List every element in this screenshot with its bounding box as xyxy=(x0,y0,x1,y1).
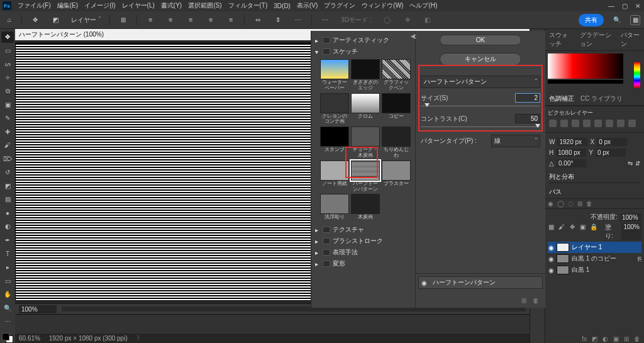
group-icon[interactable]: ▣ xyxy=(613,335,619,342)
cancel-button[interactable]: キャンセル xyxy=(440,53,521,65)
home-icon[interactable]: ⌂ xyxy=(4,14,15,26)
move-tool-icon[interactable]: ✥ xyxy=(1,31,14,43)
category-stylize[interactable]: ▸表現手法 xyxy=(314,247,413,258)
menu-view[interactable]: 表示(V) xyxy=(297,1,318,10)
lasso-tool-icon[interactable]: ᔕ xyxy=(1,59,14,70)
flip-v-icon[interactable]: ⇵ xyxy=(635,160,640,167)
layer-row[interactable]: ◉ 白黒 1 xyxy=(548,264,641,276)
edit-toolbar-icon[interactable]: ⋯ xyxy=(1,316,14,327)
category-distort[interactable]: ▸変形 xyxy=(314,258,413,269)
eraser-tool-icon[interactable]: ◩ xyxy=(1,181,14,192)
menu-select[interactable]: 選択範囲(S) xyxy=(188,1,221,10)
adj-bw-icon[interactable] xyxy=(617,120,625,127)
thumb-halftone-pattern[interactable]: ハーフトーンパターン xyxy=(351,160,380,193)
zoom-field[interactable]: 100% xyxy=(19,305,57,313)
marquee-tool-icon[interactable]: ▭ xyxy=(1,45,14,57)
filter-type-dropdown[interactable]: ハーフトーンパターンˇ xyxy=(421,76,540,88)
param-size-slider[interactable] xyxy=(421,104,540,109)
path-stroke-icon[interactable]: ◯ xyxy=(557,200,564,207)
adj-levels-icon[interactable] xyxy=(560,120,568,127)
visibility-toggle-icon[interactable]: ◉ xyxy=(548,244,554,251)
zoom-tool-icon[interactable]: 🔍 xyxy=(1,302,14,313)
align-left-icon[interactable]: ≡ xyxy=(143,13,157,27)
fx-icon[interactable]: fx xyxy=(582,335,587,342)
visibility-toggle-icon[interactable]: ◉ xyxy=(548,267,554,274)
hue-strip[interactable] xyxy=(634,62,640,87)
thumb-reticulation[interactable]: ちりめんじわ xyxy=(382,127,411,159)
param-size-input[interactable] xyxy=(515,93,540,103)
adj-exposure-icon[interactable] xyxy=(583,120,591,127)
lock-trans-icon[interactable]: ▦ xyxy=(548,223,555,230)
history-brush-icon[interactable]: ↺ xyxy=(1,167,14,178)
distribute-space-icon[interactable]: ⋯ xyxy=(291,13,305,27)
adj-photofilter-icon[interactable] xyxy=(628,120,636,127)
more-icon[interactable]: ⋯ xyxy=(318,13,332,27)
wand-tool-icon[interactable]: ✧ xyxy=(1,72,14,84)
path-select-icon[interactable]: ▸ xyxy=(1,262,14,273)
link-icon[interactable]: ⎘ xyxy=(638,256,641,262)
grid-icon[interactable]: ⊞ xyxy=(116,13,130,27)
thumb-waterpaper[interactable]: ウォーターペーパー xyxy=(320,59,349,91)
prop-w[interactable]: 1920 px xyxy=(557,138,587,146)
value-strip[interactable] xyxy=(548,80,623,84)
stamp-tool-icon[interactable]: ⌦ xyxy=(1,154,14,165)
prop-angle[interactable]: 0.00° xyxy=(557,159,587,167)
thumb-chalk-charcoal[interactable]: チョーク・木炭画 xyxy=(351,127,380,159)
lock-all-icon[interactable]: 🔒 xyxy=(590,223,597,230)
menu-plugin[interactable]: プラグイン xyxy=(324,1,355,10)
thumb-plaster[interactable]: プラスター xyxy=(382,160,411,193)
ok-button[interactable]: OK xyxy=(440,35,521,45)
category-brushstrokes[interactable]: ▸ブラシストローク xyxy=(314,235,413,247)
tab-cclibrary[interactable]: CC ライブラリ xyxy=(580,94,623,103)
layer-row[interactable]: ◉ 白黒 1 のコピー ⎘ xyxy=(548,253,641,264)
maximize-icon[interactable]: ▢ xyxy=(622,3,628,9)
adj-brightness-icon[interactable] xyxy=(549,120,557,127)
distribute-h-icon[interactable]: ⇔ xyxy=(251,13,265,27)
tab-paths[interactable]: パス xyxy=(549,188,562,196)
workspace-switch-icon[interactable]: ▦ xyxy=(630,15,640,25)
lock-pos-icon[interactable]: ✥ xyxy=(569,223,576,230)
menu-window[interactable]: ウィンドウ(W) xyxy=(362,1,403,10)
tab-align-distribute[interactable]: 列と分布 xyxy=(549,172,574,181)
lock-pixel-icon[interactable]: 🖌 xyxy=(558,223,565,230)
share-button[interactable]: 共有 xyxy=(579,14,604,26)
prop-x[interactable]: 0 px xyxy=(597,138,627,146)
menu-help[interactable]: ヘルプ(H) xyxy=(409,1,437,10)
brush-tool-icon[interactable]: 🖌 xyxy=(1,140,14,151)
minimize-icon[interactable]: ― xyxy=(608,3,614,9)
trash-icon[interactable]: 🗑 xyxy=(634,335,640,342)
crop-tool-icon[interactable]: ⧉ xyxy=(1,86,14,97)
menu-layer[interactable]: レイヤー(L) xyxy=(122,1,155,10)
thumb-conte-crayon[interactable]: クレヨンのコンテ画 xyxy=(320,93,349,125)
menu-type[interactable]: 書式(Y) xyxy=(161,1,182,10)
layer-dropdown[interactable]: レイヤー ˇ xyxy=(69,14,103,26)
mask-icon[interactable]: ◩ xyxy=(592,335,597,342)
thumb-photocopy[interactable]: コピー xyxy=(382,93,411,125)
thumb-note-paper[interactable]: ノート用紙 xyxy=(320,160,349,193)
adj-hue-icon[interactable] xyxy=(606,120,613,127)
tab-adjustments[interactable]: 色調補正 xyxy=(549,94,574,103)
menu-3d[interactable]: 3D(D) xyxy=(274,3,291,9)
dodge-tool-icon[interactable]: ◐ xyxy=(1,221,14,232)
menu-filter[interactable]: フィルター(T) xyxy=(228,1,268,10)
path-select-icon[interactable]: ◌ xyxy=(568,200,574,207)
gradient-tool-icon[interactable]: ▤ xyxy=(1,194,14,205)
menu-file[interactable]: ファイル(F) xyxy=(18,1,51,10)
category-texture[interactable]: ▸テクスチャ xyxy=(314,224,413,235)
collapse-icon[interactable]: ⮜ xyxy=(411,33,417,40)
tab-swatches[interactable]: スウォッチ xyxy=(549,31,574,48)
fg-bg-color[interactable] xyxy=(2,333,13,343)
align-right-icon[interactable]: ≡ xyxy=(184,13,197,27)
layer-row[interactable]: ◉ レイヤー 1 xyxy=(548,242,641,253)
flip-h-icon[interactable]: ⇋ xyxy=(628,160,633,167)
frame-tool-icon[interactable]: ▣ xyxy=(1,99,14,111)
close-icon[interactable]: ✕ xyxy=(635,3,640,9)
align-top-icon[interactable]: ≡ xyxy=(204,13,218,27)
thumb-graphic-pen[interactable]: グラフィックペン xyxy=(382,59,411,91)
menu-edit[interactable]: 編集(E) xyxy=(57,1,78,10)
pen-tool-icon[interactable]: ✒ xyxy=(1,235,14,246)
new-effect-icon[interactable]: ⊞ xyxy=(521,297,526,304)
path-new-icon[interactable]: ⊞ xyxy=(577,200,582,207)
type-tool-icon[interactable]: T xyxy=(1,248,14,259)
visibility-toggle-icon[interactable]: ◉ xyxy=(548,256,554,262)
